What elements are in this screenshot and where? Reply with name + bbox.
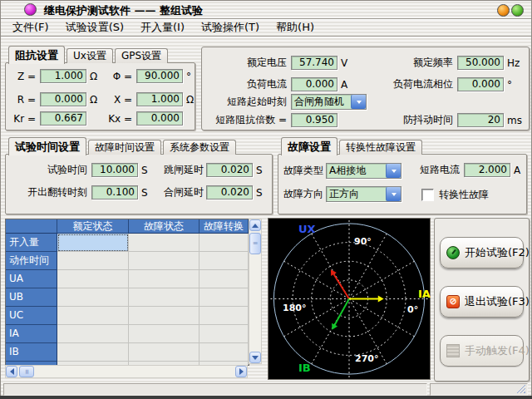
short-start-time-combo[interactable]: 合闸角随机 (291, 94, 367, 110)
menu-item-file[interactable]: 文件(F) (4, 19, 57, 36)
table-cell[interactable] (200, 325, 249, 343)
table-cell[interactable] (200, 288, 249, 307)
row-header: UA (6, 270, 57, 288)
tab-ux[interactable]: Ux设置 (66, 48, 113, 63)
fault-tabs: 故障设置 转换性故障设置 (281, 136, 424, 155)
angle-label-0: 0° (407, 304, 418, 315)
fault-type-combo[interactable]: A相接地 (326, 163, 401, 179)
z-field[interactable]: 1.000 (40, 69, 86, 83)
column-header-rated-state: 额定状态 (57, 219, 129, 234)
x-unit: Ω (186, 94, 194, 106)
fault-direction-label: 故障方向 (283, 187, 322, 201)
tab-convert-fault[interactable]: 转换性故障设置 (339, 140, 422, 155)
table-cell[interactable] (129, 288, 200, 307)
status-bar-right (430, 383, 528, 396)
table-vertical-scrollbar[interactable]: ≡ (249, 219, 262, 364)
row-header: UC (6, 307, 57, 325)
table-horizontal-scrollbar[interactable]: ≡ (5, 365, 248, 378)
short-current-label: 短路电流 (418, 163, 460, 177)
table-header-row: 额定状态 故障状态 故障转换 (6, 219, 249, 234)
table-cell[interactable] (200, 252, 249, 270)
trip-delay-field[interactable]: 0.020 (206, 163, 253, 177)
horizontal-scroll-thumb[interactable]: ≡ (19, 366, 34, 377)
phi-field[interactable]: 90.000 (136, 69, 183, 83)
table-cell[interactable] (129, 325, 200, 343)
debounce-time-field[interactable]: 20 (457, 113, 504, 127)
table-cell[interactable] (57, 252, 129, 270)
table-cell-selected[interactable] (57, 234, 129, 252)
table-cell[interactable] (57, 343, 129, 362)
manual-trigger-button: 手动触发(F4) (440, 335, 524, 367)
close-button[interactable] (511, 4, 524, 17)
rated-frequency-label: 额定频率 (352, 56, 453, 70)
table-cell[interactable] (129, 270, 200, 288)
tab-gps[interactable]: GPS设置 (115, 48, 168, 63)
table-cell[interactable] (200, 307, 249, 325)
load-current-unit: A (341, 79, 347, 91)
short-current-field[interactable]: 2.000 (464, 163, 510, 177)
row-header: 动作时间 (6, 252, 57, 270)
table-cell[interactable] (57, 270, 129, 288)
r-label: R = (11, 94, 36, 106)
tab-fault-time[interactable]: 故障时间设置 (88, 140, 161, 155)
row-header: IB (6, 343, 57, 362)
convert-fault-label: 转换性故障 (439, 188, 489, 202)
window-title: 继电保护测试软件 —— 整组试验 (44, 3, 203, 18)
menu-item-test-settings[interactable]: 试验设置(S) (57, 19, 132, 36)
table-cell[interactable] (200, 343, 249, 362)
table-cell[interactable] (129, 234, 200, 252)
menu-item-help[interactable]: 帮助(H) (268, 19, 323, 36)
vertical-scroll-thumb[interactable]: ≡ (249, 233, 261, 254)
menu-item-test-operation[interactable]: 试验操作(T) (193, 19, 268, 36)
scroll-right-button[interactable] (235, 366, 247, 377)
angle-label-180: 180° (283, 303, 306, 313)
table-cell[interactable] (57, 307, 129, 325)
table-row: UB (6, 288, 249, 307)
table-cell[interactable] (129, 252, 200, 270)
table-cell[interactable] (129, 307, 200, 325)
impedance-tab-body: Z = 1.000 Ω Φ = 90.000 ° R = 0.000 Ω X =… (5, 62, 195, 131)
close-delay-field[interactable]: 0.020 (206, 185, 253, 200)
tab-system-params[interactable]: 系统参数设置 (163, 140, 236, 155)
minimize-button[interactable] (497, 4, 510, 17)
tab-fault-settings[interactable]: 故障设置 (281, 137, 337, 155)
scroll-left-button[interactable] (6, 366, 17, 377)
fault-direction-value: 正方向 (327, 187, 386, 201)
start-test-button[interactable]: 开始试验(F2) (440, 237, 524, 268)
tab-test-time[interactable]: 试验时间设置 (8, 137, 86, 155)
rated-voltage-field[interactable]: 57.740 (291, 56, 337, 70)
load-current-phase-field[interactable]: 0.000 (457, 77, 504, 91)
app-window: 继电保护测试软件 —— 整组试验 文件(F) 试验设置(S) 开入量(I) 试验… (0, 0, 532, 399)
menu-item-input[interactable]: 开入量(I) (132, 19, 193, 36)
output-flip-time-field[interactable]: 0.100 (91, 185, 138, 200)
fault-tab-body: 故障类型 A相接地 短路电流 2.000 A 故障方向 正方向 (278, 154, 527, 214)
tab-impedance[interactable]: 阻抗设置 (8, 46, 65, 64)
ia-phasor-label: IA (418, 288, 431, 300)
load-current-label: 负荷电流 (207, 77, 287, 91)
x-field[interactable]: 1.000 (136, 92, 183, 106)
table-cell[interactable] (200, 234, 249, 252)
test-time-field[interactable]: 10.000 (91, 163, 138, 177)
load-current-field[interactable]: 0.000 (291, 77, 337, 91)
impedance-multiple-label: 短路阻抗倍数 = (207, 113, 287, 127)
rated-frequency-field[interactable]: 50.000 (457, 56, 504, 70)
table-cell[interactable] (57, 288, 129, 307)
impedance-multiple-field[interactable]: 0.950 (291, 113, 337, 127)
kx-field[interactable]: 0.000 (136, 111, 183, 126)
angle-label-90: 90° (354, 236, 372, 247)
exit-test-button[interactable]: ⊘ 退出试验(F3) (440, 286, 524, 318)
kr-field[interactable]: 0.667 (40, 111, 86, 126)
r-field[interactable]: 0.000 (40, 92, 86, 106)
table-cell[interactable] (200, 270, 249, 288)
table-cell[interactable] (57, 325, 129, 343)
scroll-down-button[interactable] (249, 352, 261, 363)
app-orb-icon (24, 3, 37, 16)
title-bar[interactable]: 继电保护测试软件 —— 整组试验 (1, 1, 531, 19)
table-cell[interactable] (129, 343, 200, 362)
scroll-up-button[interactable] (249, 219, 261, 231)
fault-direction-combo[interactable]: 正方向 (326, 186, 401, 202)
z-unit: Ω (90, 71, 97, 82)
resize-grip[interactable] (516, 384, 525, 393)
convert-fault-checkbox[interactable] (421, 189, 434, 201)
short-start-time-label: 短路起始时刻 (207, 95, 287, 109)
